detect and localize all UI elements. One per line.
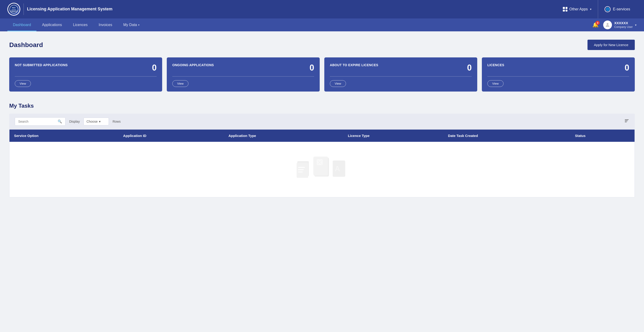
nav-links: Dashboard Applications Licences Invoices… <box>8 18 145 31</box>
globe-icon: 🌐 <box>604 6 610 12</box>
apply-new-licence-button[interactable]: Apply for New Licence <box>588 40 635 50</box>
nav-label-mydata: My Data <box>123 23 137 27</box>
toolbar-left: 🔍 Display Choose ▾ Rows <box>15 117 121 126</box>
stat-top-licences: LICENCES 0 <box>488 63 629 73</box>
user-info: XXXXXX Company User <box>614 21 633 29</box>
search-box: 🔍 <box>15 117 66 126</box>
tasks-toolbar: 🔍 Display Choose ▾ Rows <box>9 114 635 129</box>
stat-divider-licences <box>488 76 629 76</box>
nav-item-mydata[interactable]: My Data ▾ <box>118 18 145 31</box>
user-name: XXXXXX <box>614 21 633 25</box>
stat-value-licences: 0 <box>624 63 629 73</box>
stat-divider-not-submitted <box>15 76 156 76</box>
main-content: Dashboard Apply for New Licence NOT SUBM… <box>0 31 644 206</box>
nav-label-invoices: Invoices <box>99 23 112 27</box>
page-title: Dashboard <box>9 41 43 49</box>
top-bar-right: Other Apps ▾ 🌐 E-services <box>556 0 636 18</box>
nav-label-licences: Licences <box>73 23 88 27</box>
svg-rect-16 <box>298 172 302 172</box>
table-header-service-option: Service Option <box>10 130 118 142</box>
stat-label-about-to-expire: ABOUT TO EXPIRE LICENCES <box>330 63 378 67</box>
svg-point-5 <box>607 23 608 25</box>
stat-top-about-to-expire: ABOUT TO EXPIRE LICENCES 0 <box>330 63 472 73</box>
rows-label: Rows <box>112 120 121 123</box>
stat-top-not-submitted: NOT SUBMITTED APPLICATIONS 0 <box>15 63 156 73</box>
other-apps-chevron-icon: ▾ <box>590 7 592 11</box>
stat-card-about-to-expire: ABOUT TO EXPIRE LICENCES 0 View <box>324 57 477 91</box>
stat-label-ongoing: ONGOING APPLICATIONS <box>172 63 214 67</box>
ncc-logo: NCC NIGERIAN COMMUNICATIONS COMMISSION <box>8 3 20 16</box>
svg-text:NCC: NCC <box>12 7 16 8</box>
nav-right: 🔔 0 XXXXXX Company User ▾ <box>592 20 636 29</box>
stats-row: NOT SUBMITTED APPLICATIONS 0 View ONGOIN… <box>9 57 635 91</box>
stat-top-ongoing: ONGOING APPLICATIONS 0 <box>172 63 314 73</box>
table-header-application-id: Application ID <box>118 130 224 142</box>
search-input[interactable] <box>18 120 56 123</box>
notification-badge: 0 <box>596 21 600 25</box>
stat-view-button-not-submitted[interactable]: View <box>15 80 31 87</box>
choose-chevron-icon: ▾ <box>99 120 100 123</box>
stat-value-ongoing: 0 <box>310 63 314 73</box>
table-header-application-type: Application Type <box>224 130 343 142</box>
choose-select[interactable]: Choose ▾ <box>84 118 109 125</box>
stat-card-not-submitted: NOT SUBMITTED APPLICATIONS 0 View <box>9 57 162 91</box>
other-apps-button[interactable]: Other Apps ▾ <box>556 0 598 18</box>
stat-divider-ongoing <box>172 76 314 76</box>
search-icon: 🔍 <box>58 119 62 124</box>
system-title: Licensing Application Management System <box>27 6 112 12</box>
notification-button[interactable]: 🔔 0 <box>592 22 598 28</box>
user-area[interactable]: XXXXXX Company User ▾ <box>603 20 636 29</box>
stat-card-ongoing: ONGOING APPLICATIONS 0 View <box>167 57 320 91</box>
stat-label-licences: LICENCES <box>488 63 504 67</box>
nav-item-licences[interactable]: Licences <box>68 18 93 31</box>
nav-item-invoices[interactable]: Invoices <box>93 18 118 31</box>
other-apps-label: Other Apps <box>569 7 588 11</box>
table-header-licence-type: Licence Type <box>343 130 443 142</box>
tasks-table: Service OptionApplication IDApplication … <box>10 130 634 142</box>
table-header-status: Status <box>570 130 634 142</box>
stat-view-button-about-to-expire[interactable]: View <box>330 80 346 87</box>
stat-card-licences: LICENCES 0 View <box>482 57 635 91</box>
stat-divider-about-to-expire <box>330 76 472 76</box>
nav-bar: Dashboard Applications Licences Invoices… <box>0 18 644 31</box>
nav-item-dashboard[interactable]: Dashboard <box>8 18 36 31</box>
header-divider <box>24 3 24 15</box>
choose-label: Choose <box>86 120 98 123</box>
svg-rect-15 <box>298 169 304 170</box>
svg-rect-14 <box>298 167 305 168</box>
user-avatar <box>603 20 612 29</box>
empty-state: A <box>10 142 634 197</box>
stat-value-about-to-expire: 0 <box>467 63 472 73</box>
stat-label-not-submitted: NOT SUBMITTED APPLICATIONS <box>15 63 68 67</box>
svg-text:COMMISSION: COMMISSION <box>11 11 17 12</box>
sort-button[interactable] <box>624 118 629 125</box>
empty-state-icons: A <box>14 156 630 180</box>
nav-label-dashboard: Dashboard <box>13 23 31 27</box>
tasks-section: My Tasks 🔍 Display Choose ▾ Rows <box>9 103 635 197</box>
stat-view-button-licences[interactable]: View <box>488 80 504 87</box>
tasks-table-head: Service OptionApplication IDApplication … <box>10 130 634 142</box>
table-header-date-task-created: Date Task Created <box>443 130 570 142</box>
page-header: Dashboard Apply for New Licence <box>9 40 635 50</box>
top-bar: NCC NIGERIAN COMMUNICATIONS COMMISSION L… <box>0 0 644 18</box>
user-role: Company User <box>614 25 633 29</box>
nav-label-applications: Applications <box>42 23 62 27</box>
svg-text:NIGERIAN: NIGERIAN <box>12 9 16 10</box>
eservices-button[interactable]: 🌐 E-services <box>598 0 636 18</box>
nav-item-applications[interactable]: Applications <box>36 18 67 31</box>
display-label: Display <box>69 120 80 123</box>
tasks-section-title: My Tasks <box>9 103 635 109</box>
svg-text:A: A <box>335 164 340 173</box>
svg-rect-13 <box>297 163 308 178</box>
mydata-chevron-icon: ▾ <box>138 23 140 26</box>
stat-view-button-ongoing[interactable]: View <box>172 80 188 87</box>
stat-value-not-submitted: 0 <box>152 63 156 73</box>
grid-icon <box>563 7 568 11</box>
user-chevron-icon: ▾ <box>635 23 636 27</box>
logo-area: NCC NIGERIAN COMMUNICATIONS COMMISSION L… <box>8 3 112 16</box>
eservices-label: E-services <box>613 7 630 11</box>
tasks-table-container: Service OptionApplication IDApplication … <box>9 129 635 197</box>
